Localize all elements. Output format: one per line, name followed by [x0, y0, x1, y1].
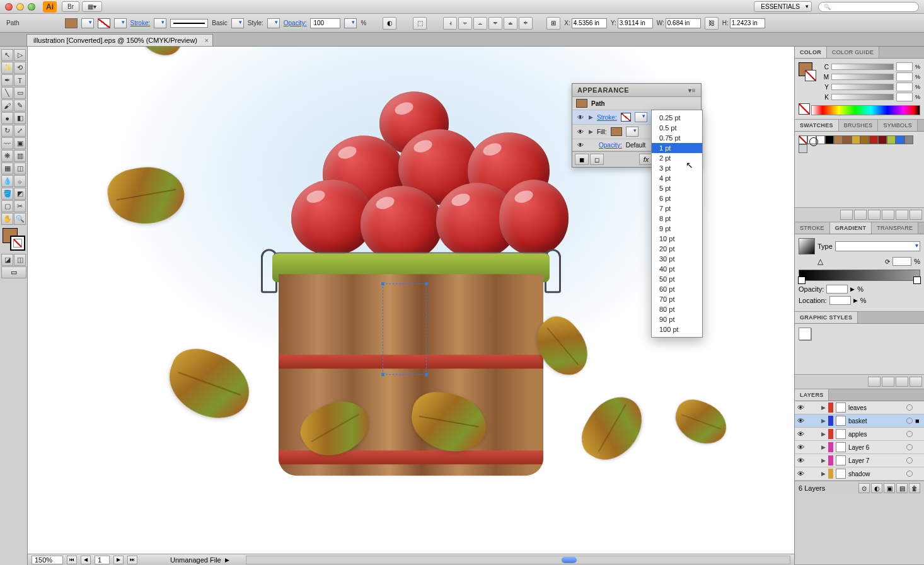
align-center-h-icon[interactable]: ⫟ — [458, 17, 472, 30]
delete-style-icon[interactable] — [910, 377, 922, 387]
rotate-tool-icon[interactable]: ↻ — [1, 125, 13, 137]
eraser-tool-icon[interactable]: ◧ — [14, 112, 26, 124]
brush-definition[interactable] — [170, 19, 208, 28]
visibility-toggle-icon[interactable] — [576, 113, 585, 121]
selection-tool-icon[interactable]: ↖ — [1, 49, 13, 61]
disclosure-triangle-icon[interactable]: ▶ — [821, 457, 826, 464]
color-stroke-swatch[interactable] — [805, 70, 816, 81]
free-transform-tool-icon[interactable]: ▣ — [14, 137, 26, 149]
swatch-item[interactable] — [799, 144, 807, 153]
next-artboard-icon[interactable]: ▶ — [113, 556, 124, 564]
artboard-number-input[interactable] — [95, 556, 110, 564]
slice-tool-icon[interactable]: ✂ — [14, 200, 26, 212]
swatch-options-icon[interactable] — [868, 210, 881, 220]
stroke-weight-option[interactable]: 40 pt — [652, 264, 702, 274]
rectangle-tool-icon[interactable]: ▭ — [14, 87, 26, 99]
search-input[interactable] — [818, 2, 919, 12]
graphic-style-default[interactable] — [799, 328, 811, 340]
stroke-weight-option[interactable]: 1 pt — [652, 143, 702, 153]
layer-visibility-icon[interactable]: 👁 — [797, 443, 807, 451]
layer-visibility-icon[interactable]: 👁 — [797, 457, 807, 464]
none-color-icon[interactable] — [799, 103, 810, 115]
blend-tool-icon[interactable]: ⟐ — [14, 175, 26, 187]
graph-tool-icon[interactable]: ▥ — [14, 150, 26, 162]
prev-artboard-icon[interactable]: ◀ — [81, 556, 91, 564]
align-right-icon[interactable]: ⫠ — [473, 17, 487, 30]
document-tab[interactable]: illustration [Converted].eps @ 150% (CMY… — [26, 34, 213, 46]
tab-brushes[interactable]: BRUSHES — [839, 120, 879, 131]
bridge-button[interactable]: Br — [62, 1, 79, 12]
stroke-weight-option[interactable]: 8 pt — [652, 214, 702, 224]
stroke-weight-option[interactable]: 80 pt — [652, 304, 702, 314]
show-swatch-kinds-icon[interactable] — [854, 210, 867, 220]
line-tool-icon[interactable]: ╲ — [1, 87, 13, 99]
layer-target-icon[interactable] — [906, 404, 913, 411]
layer-row[interactable]: 👁▶leaves — [795, 401, 924, 414]
layer-visibility-icon[interactable]: 👁 — [797, 417, 807, 425]
stroke-weight-option[interactable]: 3 pt — [652, 163, 702, 173]
stroke-indicator[interactable] — [10, 236, 25, 251]
swatch-item[interactable] — [852, 135, 860, 144]
blob-brush-tool-icon[interactable]: ● — [1, 112, 13, 124]
make-clipping-mask-icon[interactable]: ◐ — [871, 483, 882, 493]
zoom-tool-icon[interactable]: 🔍 — [14, 213, 26, 225]
fill-color-dropdown[interactable] — [626, 127, 638, 137]
select-similar-icon[interactable]: ⬚ — [413, 17, 427, 30]
h-input[interactable] — [730, 18, 765, 28]
y-value-input[interactable] — [896, 83, 913, 91]
gradient-angle-input[interactable] — [892, 257, 911, 266]
hand-tool-icon[interactable]: ✋ — [1, 213, 13, 225]
mesh-tool-icon[interactable]: ▦ — [1, 163, 13, 174]
stroke-weight-option[interactable]: 2 pt — [652, 153, 702, 163]
disclosure-triangle-icon[interactable]: ▶ — [821, 471, 826, 477]
disclosure-triangle-icon[interactable]: ▶ — [821, 404, 826, 411]
swatch-item[interactable] — [869, 135, 878, 144]
new-color-group-icon[interactable] — [882, 210, 894, 220]
zoom-input[interactable] — [32, 556, 63, 564]
visibility-toggle-icon[interactable] — [576, 141, 585, 149]
stroke-attr-link[interactable]: Stroke: — [597, 114, 617, 121]
visibility-toggle-icon[interactable] — [576, 128, 585, 135]
stroke-weight-option[interactable]: 70 pt — [652, 294, 702, 304]
stroke-swatch[interactable] — [98, 18, 110, 28]
tab-swatches[interactable]: SWATCHES — [795, 120, 839, 131]
swatch-item[interactable] — [887, 135, 896, 144]
y-input[interactable] — [618, 18, 653, 28]
new-stroke-icon[interactable]: ◼ — [575, 154, 589, 165]
layer-visibility-icon[interactable]: 👁 — [797, 430, 807, 438]
gradient-preview[interactable] — [799, 238, 815, 254]
fill-attr-label[interactable]: Fill: — [597, 128, 607, 135]
opacity-dropdown[interactable] — [344, 18, 357, 28]
gradient-type-dropdown[interactable]: ▾ — [835, 241, 920, 251]
gradient-stop-location-input[interactable] — [829, 296, 851, 305]
layer-row[interactable]: 👁▶apples — [795, 428, 924, 441]
disclosure-triangle-icon[interactable]: ▶ — [821, 418, 826, 424]
layer-row[interactable]: 👁▶basket■ — [795, 414, 924, 428]
stroke-weight-menu[interactable]: 0.25 pt0.5 pt0.75 pt1 pt2 pt3 pt4 pt5 pt… — [651, 110, 703, 338]
magic-wand-tool-icon[interactable]: ✨ — [1, 62, 13, 74]
tab-stroke[interactable]: STROKE — [795, 222, 830, 234]
align-middle-icon[interactable]: ⫨ — [504, 17, 517, 30]
layer-visibility-icon[interactable]: 👁 — [797, 404, 807, 411]
c-slider[interactable] — [831, 64, 894, 70]
break-link-icon[interactable] — [882, 377, 894, 387]
close-window-button[interactable] — [5, 3, 13, 11]
layer-target-icon[interactable] — [906, 457, 913, 464]
stroke-dropdown[interactable] — [114, 18, 127, 28]
arrange-documents-button[interactable]: ▦▾ — [82, 1, 102, 12]
stroke-weight-option[interactable]: 7 pt — [652, 203, 702, 214]
recolor-artwork-icon[interactable]: ◐ — [383, 17, 396, 30]
layer-name-label[interactable]: basket — [848, 418, 904, 425]
link-wh-icon[interactable]: ⛓ — [705, 17, 719, 30]
delete-layer-icon[interactable]: 🗑 — [909, 483, 920, 493]
opacity-input[interactable] — [310, 18, 340, 28]
stroke-color-swatch[interactable] — [621, 113, 631, 122]
m-value-input[interactable] — [896, 72, 913, 81]
tab-symbols[interactable]: SYMBOLS — [878, 120, 918, 131]
layer-name-label[interactable]: Layer 7 — [848, 457, 904, 464]
live-paint-tool-icon[interactable]: 🪣 — [1, 188, 13, 200]
new-layer-icon[interactable]: ▤ — [896, 483, 908, 493]
stroke-weight-stepper[interactable] — [154, 18, 166, 28]
layer-row[interactable]: 👁▶shadow — [795, 467, 924, 481]
opacity-attr-link[interactable]: Opacity: — [599, 142, 622, 149]
